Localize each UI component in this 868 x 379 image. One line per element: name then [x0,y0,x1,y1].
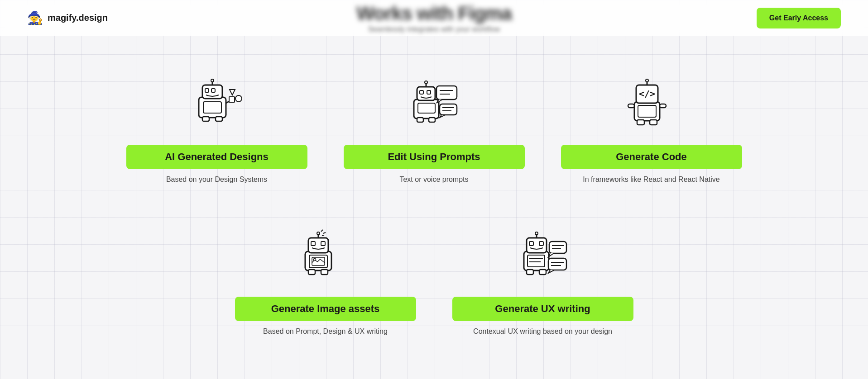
svg-rect-19 [436,86,457,99]
feature-label-edit-prompts: Edit Using Prompts [344,145,525,169]
svg-rect-50 [308,270,315,275]
svg-point-3 [211,79,214,82]
svg-line-42 [321,230,323,232]
feature-desc-generate-code: In frameworks like React and React Nativ… [583,175,719,184]
cta-button[interactable]: Get Early Access [757,8,841,28]
svg-rect-33 [637,120,644,125]
logo-text: magify.design [48,13,108,23]
svg-rect-67 [527,270,533,275]
header-center: Works with Figma Seamlessly integrates w… [356,3,512,33]
svg-point-49 [313,259,316,261]
logo-icon: 🧙 [27,10,43,25]
svg-point-41 [317,232,320,235]
svg-rect-6 [202,117,209,121]
features-row-bottom: Generate Image assets Based on Prompt, D… [36,215,832,349]
svg-rect-61 [549,242,566,253]
svg-point-10 [235,95,242,102]
svg-rect-51 [321,270,328,275]
svg-rect-5 [211,89,215,92]
feature-desc-ai-generated: Based on your Design Systems [166,175,267,184]
svg-rect-4 [205,89,209,92]
robot-design-icon [185,72,249,136]
robot-code-icon: </> [620,72,683,136]
svg-marker-9 [230,90,235,95]
svg-rect-34 [650,120,657,125]
svg-rect-36 [628,104,634,108]
feature-card-ux-writing: Generate UX writing Contexual UX writing… [434,215,652,349]
robot-chat-icon [403,72,466,136]
feature-label-image-assets: Generate Image assets [235,297,416,321]
main-content: AI Generated Designs Based on your Desig… [0,36,868,379]
svg-rect-11 [229,97,235,102]
feature-label-ai-generated: AI Generated Designs [126,145,307,169]
svg-rect-18 [427,90,431,94]
svg-rect-68 [539,270,546,275]
svg-rect-27 [418,103,435,113]
svg-rect-12 [203,102,221,113]
svg-line-44 [322,235,324,236]
header: 🧙 magify.design Works with Figma Seamles… [0,0,868,36]
feature-label-generate-code: Generate Code [561,145,742,169]
svg-rect-58 [528,255,545,267]
svg-line-43 [323,232,326,233]
svg-rect-25 [417,118,423,122]
feature-card-generate-code: </> Generate Code In frameworks like Rea… [543,63,760,197]
svg-rect-56 [529,242,533,246]
svg-point-55 [535,232,538,235]
svg-rect-7 [216,117,222,121]
feature-desc-image-assets: Based on Prompt, Design & UX writing [263,327,388,336]
feature-card-image-assets: Generate Image assets Based on Prompt, D… [217,215,434,349]
feature-card-edit-prompts: Edit Using Prompts Text or voice prompts [326,63,543,197]
blurred-subtitle: Seamlessly integrates with your workflow [368,25,500,33]
feature-desc-ux-writing: Contexual UX writing based on your desig… [473,327,612,336]
svg-text:</>: </> [638,88,655,99]
features-row-top: AI Generated Designs Based on your Desig… [36,63,832,197]
feature-desc-edit-prompts: Text or voice prompts [399,175,468,184]
robot-image-icon [294,224,357,288]
svg-rect-57 [539,242,543,246]
blurred-title: Works with Figma [356,3,512,24]
svg-rect-22 [440,104,457,115]
svg-rect-45 [311,242,315,246]
svg-point-16 [425,81,427,84]
svg-rect-37 [660,104,666,108]
feature-label-ux-writing: Generate UX writing [452,297,633,321]
robot-ux-icon [511,224,575,288]
svg-rect-17 [420,90,423,94]
logo-area: 🧙 magify.design [27,10,108,25]
svg-rect-35 [638,105,656,117]
svg-rect-46 [321,242,325,246]
feature-card-ai-generated: AI Generated Designs Based on your Desig… [108,63,326,197]
svg-rect-64 [548,258,566,270]
svg-rect-26 [429,118,435,122]
svg-point-31 [646,79,648,82]
